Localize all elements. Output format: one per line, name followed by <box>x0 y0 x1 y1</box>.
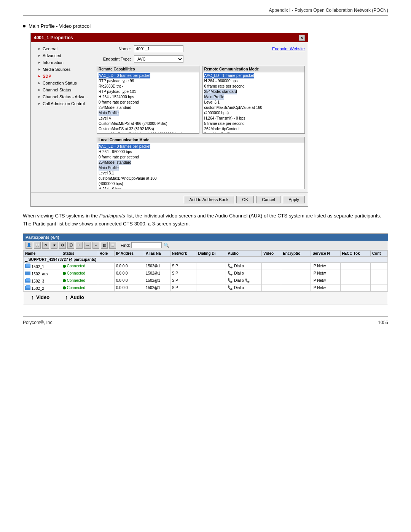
participant-alias: 1502@1 <box>144 270 170 277</box>
endpoint-type-select[interactable]: AVC <box>134 55 183 63</box>
page-header: Appendix I - Polycom Open Collaboration … <box>23 8 388 16</box>
endpoint-type-label: Endpoint Type: <box>97 57 131 61</box>
participant-video <box>262 262 281 270</box>
name-input[interactable] <box>134 45 183 52</box>
participant-network: SIP <box>170 262 196 270</box>
video-label: ↑ Video <box>31 294 49 301</box>
participant-dialing <box>196 270 226 277</box>
sidebar-item-advanced[interactable]: ► Advanced <box>34 52 93 59</box>
sidebar-item-media-sources[interactable]: ► Media Sources <box>34 66 93 73</box>
svg-rect-4 <box>26 278 30 281</box>
table-row[interactable]: 1502_3 Connected 0.0.0.0 1502@1 SIP 📞 Di… <box>24 277 388 284</box>
participant-alias: 1502@1 <box>144 277 170 284</box>
col-fecc: FECC Tok <box>340 250 370 256</box>
col-alias: Alias Na <box>144 250 170 256</box>
find-input[interactable] <box>131 242 162 248</box>
toolbar-icon-8[interactable]: → <box>84 242 91 249</box>
lc-item: H.264 - 960000 bps <box>99 149 303 155</box>
toolbar-icon-6[interactable]: ⓘ <box>67 242 74 249</box>
lc-item: H.264 - 0 bps <box>99 187 303 189</box>
rc-item: AAC_LD - 1 frame per packet <box>204 73 303 78</box>
col-service: Service N <box>311 250 340 256</box>
sidebar-label-channel-status: Channel Status <box>43 88 71 92</box>
endpoint-website-link[interactable]: Endpoint Website <box>272 46 305 51</box>
table-row[interactable]: 1502_2 Connected 0.0.0.0 1502@1 SIP 📞 Di… <box>24 284 388 291</box>
col-network: Network <box>170 250 196 256</box>
ok-button[interactable]: OK <box>236 196 254 203</box>
apply-button[interactable]: Apply <box>283 196 305 203</box>
participant-audio: 📞 Dial o 📞 <box>226 277 262 284</box>
add-to-address-book-button[interactable]: Add to Address Book <box>184 196 234 203</box>
search-icon[interactable]: 🔍 <box>163 242 169 248</box>
participant-name: 1502_aux <box>24 270 61 277</box>
sidebar-item-channel-status[interactable]: ► Channel Status <box>34 86 93 93</box>
cancel-button[interactable]: Cancel <box>256 196 280 203</box>
cap-item: 0 frame rate per second <box>99 100 198 105</box>
dialog-titlebar: 4001_1 Properties × <box>31 33 308 42</box>
copy-icon: ▦ <box>103 243 106 247</box>
sidebar-label-call-admission: Call Admission Control <box>43 101 85 106</box>
toolbar-icon-10[interactable]: ▦ <box>101 242 108 249</box>
header-title: Appendix I - Polycom Open Collaboration … <box>269 8 388 13</box>
participant-status: Connected <box>61 270 98 277</box>
toolbar-icon-3[interactable]: ↻ <box>42 242 49 249</box>
toolbar-icon-1[interactable]: 👤 <box>25 242 32 249</box>
participant-icon <box>25 285 30 290</box>
toolbar-icon-9[interactable]: ← <box>92 242 99 249</box>
toolbar-icon-2[interactable]: ☷ <box>34 242 41 249</box>
dialog-main: Name: Endpoint Website Endpoint Type: AV… <box>97 45 305 189</box>
col-name: Name <box>24 250 61 256</box>
participant-encryption <box>281 270 311 277</box>
sidebar-item-channel-status-adva[interactable]: ► Channel Status - Adva... <box>34 93 93 100</box>
grid-icon: ☷ <box>36 243 39 247</box>
find-label: Find: <box>121 243 130 248</box>
participant-status: Connected <box>61 262 98 270</box>
sidebar-item-call-admission[interactable]: ► Call Admission Control <box>34 100 93 107</box>
table-row[interactable]: 1502_1 Connected 0.0.0.0 1502@1 SIP 📞 Di… <box>24 262 388 270</box>
remote-communication-title: Remote Communication Mode <box>203 66 305 72</box>
col-audio: Audio <box>226 250 262 256</box>
group-row-label: ⎯ SUPPORT_419473727 (4 participants) <box>24 256 388 262</box>
table-row[interactable]: 1502_aux Connected 0.0.0.0 1502@1 SIP 📞 … <box>24 270 388 277</box>
dialog-sidebar: ► General ► Advanced ► Information ► Med… <box>34 45 93 189</box>
group-row: ⎯ SUPPORT_419473727 (4 participants) <box>24 256 388 262</box>
participant-fecc <box>340 270 370 277</box>
dialog-close-button[interactable]: × <box>299 35 305 41</box>
participant-dialing <box>196 284 226 291</box>
sidebar-label-media-sources: Media Sources <box>43 67 70 72</box>
participant-icon <box>25 271 30 275</box>
toolbar-icon-11[interactable]: ☰ <box>109 242 116 249</box>
lc-item: 254Mode: standard <box>99 160 303 165</box>
sidebar-item-sdp[interactable]: ► SDP <box>34 73 93 80</box>
participant-service: IP Netw <box>311 277 340 284</box>
remote-communication-content[interactable]: AAC_LD - 1 frame per packet H.264 - 9600… <box>203 72 305 133</box>
participant-ip: 0.0.0.0 <box>115 284 144 291</box>
remote-capabilities-content[interactable]: AAC_LD - 0 frames per packet RTP payload… <box>97 72 199 133</box>
svg-rect-6 <box>26 285 30 288</box>
cap-item: Level 4 <box>99 116 198 121</box>
add-icon: + <box>78 243 80 247</box>
rc-item: Main Profile <box>204 94 303 100</box>
local-communication-content[interactable]: AAC_LD - 0 frames per packet H.264 - 960… <box>97 143 304 189</box>
bullet-title: Main Profile - Video protocol <box>23 23 388 29</box>
sidebar-item-connection-status[interactable]: ► Connection Status <box>34 80 93 86</box>
participant-fecc <box>340 277 370 284</box>
toolbar-icon-7[interactable]: + <box>76 242 83 249</box>
sidebar-item-general[interactable]: ► General <box>34 45 93 52</box>
participant-cont <box>370 262 387 270</box>
participant-network: SIP <box>170 277 196 284</box>
info-icon: ⓘ <box>69 243 73 248</box>
toolbar-icon-4[interactable]: ★ <box>51 242 57 249</box>
chevron-right-icon: ► <box>38 88 41 92</box>
cap-item: Main Profile <box>99 110 198 116</box>
participant-role <box>98 277 114 284</box>
participant-video <box>262 270 281 277</box>
rc-item: BaseLine Profile <box>204 132 303 133</box>
toolbar-icon-5[interactable]: ⚙ <box>59 242 66 249</box>
participant-role <box>98 262 114 270</box>
participant-icon <box>25 264 30 268</box>
cap-item: 254Mode: standard <box>99 105 198 110</box>
sidebar-item-information[interactable]: ► Information <box>34 59 93 66</box>
lc-item: (4000000 bps) <box>99 181 303 187</box>
name-label: Name: <box>97 46 131 51</box>
